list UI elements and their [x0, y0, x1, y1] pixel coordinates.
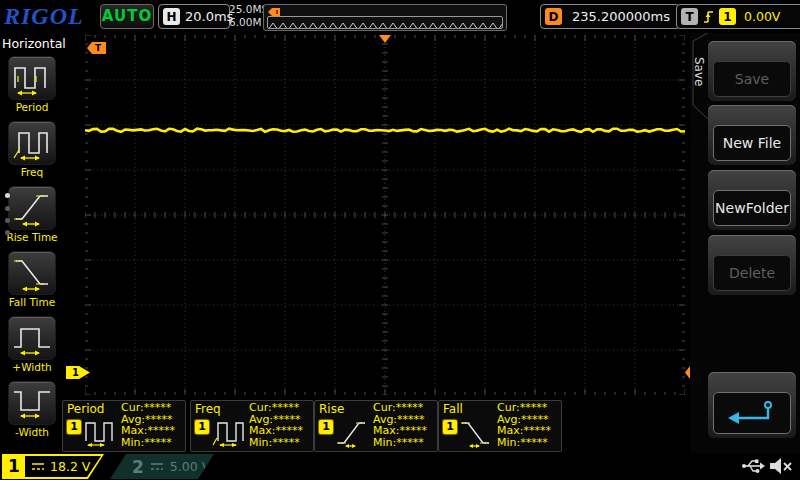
t-badge: T: [681, 8, 698, 25]
measure-category-title: Horizontal: [2, 36, 66, 51]
channel-number: 2: [132, 457, 144, 477]
measure-item-label: Fall Time: [4, 296, 60, 308]
measure-item-freq[interactable]: Freq: [4, 121, 60, 178]
menu-tab-title: Save: [692, 57, 706, 86]
new-file-button[interactable]: New File: [713, 125, 791, 161]
panel-title: Fall: [443, 402, 463, 416]
period-icon: [8, 56, 56, 100]
measure-item-label: Period: [4, 101, 60, 113]
panel-title: Freq: [195, 402, 221, 416]
delay-position-marker[interactable]: [379, 35, 391, 43]
softkey-menu: Save Save New File NewFolder Delete: [690, 33, 800, 455]
trigger-level-value: 0.00V: [744, 9, 780, 24]
rise-icon: [335, 416, 371, 448]
measure-item-fall-time[interactable]: Fall Time: [4, 251, 60, 308]
d-badge: D: [545, 8, 562, 25]
dc-coupling-icon: [150, 461, 164, 472]
scroll-dot: [5, 218, 10, 223]
fall-icon: [459, 416, 495, 448]
memory-waveform-icon: [268, 21, 502, 29]
measurement-panel-freq[interactable]: Freq 1 Cur:***** Avg:***** Max:***** Min…: [190, 400, 314, 452]
measure-item-label: +Width: [4, 361, 60, 373]
trigger-slope-icon: [703, 9, 714, 24]
measure-item-pos-width[interactable]: +Width: [4, 316, 60, 373]
measure-item-neg-width[interactable]: -Width: [4, 381, 60, 438]
softkey-slot: NewFolder: [708, 170, 796, 230]
panel-stats: Cur:***** Avg:***** Max:***** Min:*****: [249, 402, 303, 448]
freq-icon: [8, 121, 56, 165]
channel-scale: 18.2 V: [50, 459, 90, 474]
new-folder-button[interactable]: NewFolder: [713, 190, 791, 226]
channel-status-bar: 1 18.2 V 2 5.00 V: [0, 453, 800, 480]
panel-stats: Cur:***** Avg:***** Max:***** Min:*****: [121, 402, 175, 448]
rise-time-icon: [8, 186, 56, 230]
softkey-slot: Save: [708, 41, 796, 101]
measure-item-label: -Width: [4, 426, 60, 438]
measure-item-period[interactable]: Period: [4, 56, 60, 113]
measurement-panel-fall[interactable]: Fall 1 Cur:***** Avg:***** Max:***** Min…: [438, 400, 562, 452]
back-button[interactable]: [713, 392, 791, 434]
memory-waveform-strip: [267, 16, 503, 29]
trigger-readout-box[interactable]: T 1 0.00V: [676, 4, 800, 29]
panel-channel-badge: 1: [443, 420, 457, 434]
channel-number: 1: [8, 456, 20, 476]
waveform-graticule[interactable]: [85, 35, 685, 395]
panel-title: Period: [67, 402, 104, 416]
menu-tab-outline: [690, 33, 710, 143]
return-arrow-icon: [724, 398, 780, 428]
softkey-slot: [708, 372, 796, 438]
softkey-slot: New File: [708, 105, 796, 165]
neg-width-icon: [8, 381, 56, 425]
usb-icon: [741, 457, 765, 475]
delay-readout-box[interactable]: D 235.200000ms: [540, 4, 680, 29]
horizontal-scale-value: 20.0ms: [185, 9, 233, 24]
dc-coupling-icon: [31, 461, 45, 472]
measurement-panel-rise[interactable]: Rise 1 Cur:***** Avg:***** Max:***** Min…: [314, 400, 438, 452]
panel-stats: Cur:***** Avg:***** Max:***** Min:*****: [373, 402, 427, 448]
panel-channel-badge: 1: [319, 420, 333, 434]
oscilloscope-screen: RIGOL AUTO H 20.0ms 25.0MSa/s 6.00M pts …: [0, 0, 800, 480]
pos-width-icon: [8, 316, 56, 360]
trigger-source-badge: 1: [719, 8, 736, 25]
delay-value: 235.200000ms: [572, 9, 670, 24]
memory-waveform-preview[interactable]: [263, 4, 507, 31]
channel-1-readout: 18.2 V: [25, 456, 109, 477]
channel-2-status[interactable]: 2 5.00 V: [110, 454, 216, 479]
freq-icon: [211, 416, 247, 448]
trigger-offscreen-left-icon: [268, 8, 280, 16]
measure-item-rise-time[interactable]: Rise Time: [4, 186, 60, 243]
measure-item-label: Freq: [4, 166, 60, 178]
rigol-logo: RIGOL: [4, 3, 84, 30]
scroll-dot: [5, 206, 10, 211]
ch1-trace: [85, 129, 685, 132]
scroll-dot-active: [5, 193, 10, 198]
softkey-slot: Delete: [708, 235, 796, 295]
h-badge: H: [163, 8, 180, 25]
panel-title: Rise: [319, 402, 344, 416]
delete-button[interactable]: Delete: [713, 255, 791, 291]
save-button[interactable]: Save: [713, 61, 791, 97]
scroll-dot: [5, 230, 10, 235]
panel-channel-badge: 1: [67, 420, 81, 434]
measure-item-label: Rise Time: [4, 231, 60, 243]
panel-stats: Cur:***** Avg:***** Max:***** Min:*****: [497, 402, 551, 448]
fall-time-icon: [8, 251, 56, 295]
channel-1-status[interactable]: 1 18.2 V: [2, 454, 106, 479]
speaker-muted-icon: [768, 456, 794, 476]
panel-channel-badge: 1: [195, 420, 209, 434]
measurement-panel-period[interactable]: Period 1 Cur:***** Avg:***** Max:***** M…: [62, 400, 186, 452]
run-status-indicator[interactable]: AUTO: [100, 4, 154, 29]
horizontal-scale-box[interactable]: H 20.0ms: [158, 4, 230, 29]
channel-scale: 5.00 V: [170, 459, 210, 474]
period-icon: [83, 416, 119, 448]
